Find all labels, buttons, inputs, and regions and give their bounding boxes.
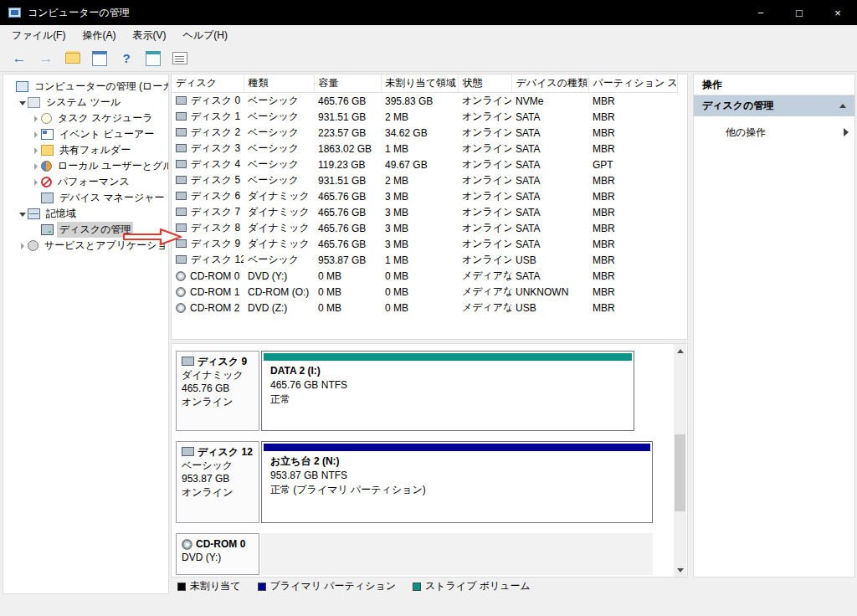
disk9-header-cell[interactable]: ディスク 9 ダイナミック 465.76 GB オンライン [176, 351, 259, 431]
drive-icon [176, 208, 187, 216]
tree-item[interactable]: 記憶域 [3, 206, 168, 222]
tree-chevron-icon[interactable] [32, 190, 41, 206]
tree-chevron-icon[interactable] [32, 142, 41, 158]
toolbar-icon[interactable] [144, 49, 162, 68]
collapse-chevron-icon[interactable] [839, 104, 846, 108]
disk12-header-cell[interactable]: ディスク 12 ベーシック 953.87 GB オンライン [176, 441, 259, 523]
column-header[interactable]: パーティション スタイル [588, 74, 677, 93]
tree-item[interactable]: システム ツール [3, 95, 168, 110]
column-header[interactable]: 未割り当て領域 [381, 74, 458, 93]
tree-item-label[interactable]: イベント ビューアー [57, 126, 157, 142]
column-header[interactable]: デバイスの種類 [511, 74, 588, 93]
cell-free: 0 MB [381, 268, 458, 284]
tree-item[interactable]: パフォーマンス [3, 174, 168, 190]
cell-style: MBR [588, 188, 677, 204]
disk-table-row[interactable]: ディスク 4 ベーシック 119.23 GB 49.67 GB オンライン SA… [172, 157, 677, 172]
tree-item[interactable]: デバイス マネージャー [3, 190, 168, 206]
tree-item-label[interactable]: デバイス マネージャー [57, 190, 167, 206]
column-header[interactable]: 状態 [458, 74, 511, 93]
tree-item-label[interactable]: タスク スケジューラ [55, 110, 156, 126]
disk-table-row[interactable]: ディスク 6 ダイナミック 465.76 GB 3 MB オンライン SATA … [172, 188, 677, 204]
cell-style: MBR [588, 284, 677, 300]
cell-status: メディアなし [458, 268, 511, 284]
cell-disk: ディスク 4 [172, 157, 244, 172]
cell-device: USB [511, 252, 588, 268]
volume-odachidai2[interactable]: お立ち台 2 (N:) 953.87 GB NTFS 正常 (プライマリ パーテ… [261, 441, 653, 523]
scroll-up-icon[interactable] [674, 344, 686, 357]
column-header[interactable]: 容量 [314, 74, 381, 93]
toolbar-icon[interactable] [37, 49, 55, 68]
disk-table-row[interactable]: ディスク 0 ベーシック 465.76 GB 395.83 GB オンライン N… [172, 93, 677, 110]
tree-item[interactable]: 共有フォルダー [3, 142, 168, 158]
legend-color-striped [413, 583, 421, 591]
tree-item[interactable]: イベント ビューアー [3, 126, 168, 142]
tree-chevron-icon[interactable] [7, 79, 16, 95]
cell-status: オンライン [458, 141, 511, 157]
action-disk-management[interactable]: ディスクの管理 [694, 95, 854, 116]
tree-item[interactable]: タスク スケジューラ [3, 110, 168, 126]
console-tree: コンピューターの管理 (ローカル) システム ツール タスク スケジューラ イベ… [3, 74, 169, 594]
tree-item-label[interactable]: パフォーマンス [55, 174, 132, 190]
cell-disk: ディスク 3 [172, 141, 244, 157]
column-header[interactable]: 種類 [244, 74, 314, 93]
cell-status: オンライン [458, 172, 511, 188]
toolbar-icon[interactable] [10, 49, 28, 68]
volume-data2[interactable]: DATA 2 (I:) 465.76 GB NTFS 正常 [261, 351, 634, 431]
column-header[interactable]: ディスク [172, 74, 244, 93]
tree-chevron-icon[interactable] [18, 206, 28, 222]
tree-chevron-icon[interactable] [32, 222, 41, 238]
tree-item-label[interactable]: ローカル ユーザーとグループ [55, 158, 169, 174]
disk-table-row[interactable]: ディスク 8 ダイナミック 465.76 GB 3 MB オンライン SATA … [172, 220, 677, 236]
action-more-actions[interactable]: 他の操作 [694, 121, 854, 143]
toolbar-icon[interactable] [64, 49, 82, 68]
close-button[interactable]: × [819, 0, 857, 25]
toolbar-icon[interactable] [90, 49, 109, 68]
cell-status: オンライン [458, 109, 511, 125]
scroll-down-icon[interactable] [674, 563, 686, 577]
tree-chevron-icon[interactable] [32, 126, 41, 142]
cell-style: MBR [588, 236, 677, 252]
disk-table-row[interactable]: ディスク 7 ダイナミック 465.76 GB 3 MB オンライン SATA … [172, 204, 677, 220]
volume-status: 正常 (プライマリ パーティション) [270, 483, 644, 497]
menu-item[interactable]: ファイル(F) [3, 25, 74, 46]
menu-item[interactable]: 操作(A) [74, 25, 124, 46]
tree-chevron-icon[interactable] [32, 110, 41, 126]
menu-item[interactable]: 表示(V) [124, 25, 174, 46]
disk-table-row[interactable]: ディスク 9 ダイナミック 465.76 GB 3 MB オンライン SATA … [172, 236, 677, 252]
disk-table-row[interactable]: ディスク 1 ベーシック 931.51 GB 2 MB オンライン SATA M… [172, 109, 677, 125]
tree-item-label[interactable]: システム ツール [44, 95, 123, 110]
tree-item-label[interactable]: コンピューターの管理 (ローカル) [32, 79, 169, 95]
toolbar-icon[interactable] [117, 49, 136, 68]
cell-capacity: 465.76 GB [314, 236, 381, 252]
cell-device: SATA [511, 220, 588, 236]
scrollbar-thumb[interactable] [675, 434, 685, 511]
tree-chevron-icon[interactable] [18, 95, 28, 110]
legend-label: 未割り当て [190, 579, 241, 593]
cell-status: オンライン [458, 252, 511, 268]
drive-icon [176, 192, 187, 200]
drive-icon [176, 287, 186, 297]
disk-table-row[interactable]: CD-ROM 1 CD-ROM (O:) 0 MB 0 MB メディアなし UN… [172, 284, 677, 300]
drive-icon [176, 271, 186, 281]
vertical-scrollbar[interactable] [674, 344, 686, 577]
cell-disk: CD-ROM 0 [172, 268, 244, 284]
toolbar-icon[interactable] [171, 49, 189, 68]
disk-table-row[interactable]: ディスク 2 ベーシック 223.57 GB 34.62 GB オンライン SA… [172, 125, 677, 141]
tree-item-label[interactable]: 記憶域 [44, 206, 79, 222]
tree-chevron-icon[interactable] [18, 238, 28, 254]
tree-chevron-icon[interactable] [32, 174, 41, 190]
disk9-name: ディスク 9 [198, 356, 247, 367]
tree-item[interactable]: コンピューターの管理 (ローカル) [3, 79, 168, 95]
disk-table-row[interactable]: ディスク 5 ベーシック 931.51 GB 2 MB オンライン SATA M… [172, 172, 677, 188]
disk-table-row[interactable]: ディスク 12 ベーシック 953.87 GB 1 MB オンライン USB M… [172, 252, 677, 268]
tree-item-label[interactable]: 共有フォルダー [57, 142, 133, 158]
disk-table-row[interactable]: CD-ROM 2 DVD (Z:) 0 MB 0 MB メディアなし USB M… [172, 300, 677, 316]
tree-chevron-icon[interactable] [32, 158, 41, 174]
cdrom0-header-cell[interactable]: CD-ROM 0 DVD (Y:) [176, 533, 259, 575]
tree-item[interactable]: ローカル ユーザーとグループ [3, 158, 168, 174]
disk-table-row[interactable]: ディスク 3 ベーシック 1863.02 GB 1 MB オンライン SATA … [172, 141, 677, 157]
disk-table-row[interactable]: CD-ROM 0 DVD (Y:) 0 MB 0 MB メディアなし SATA … [172, 268, 677, 284]
maximize-button[interactable]: □ [780, 0, 819, 25]
menu-item[interactable]: ヘルプ(H) [174, 25, 236, 46]
minimize-button[interactable]: − [742, 0, 780, 25]
